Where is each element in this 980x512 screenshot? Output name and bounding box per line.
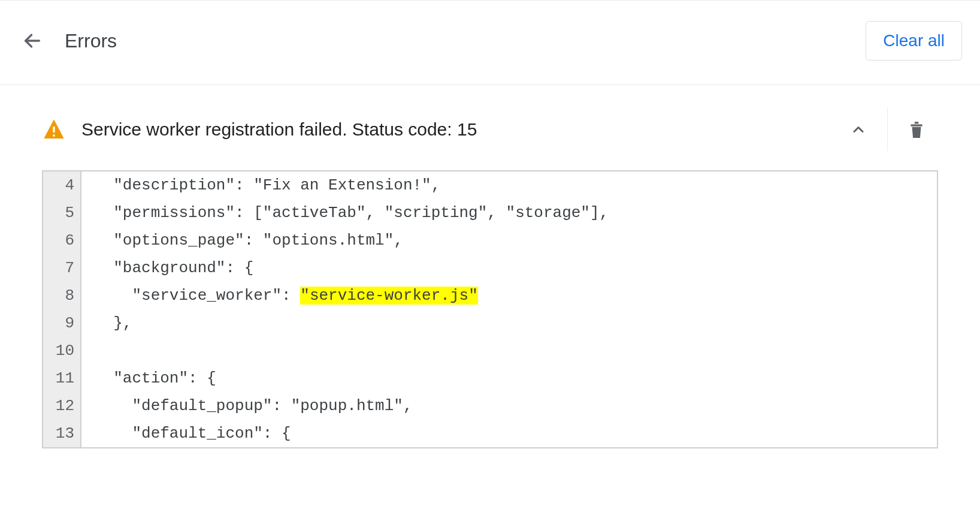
svg-rect-3 — [911, 124, 922, 126]
chevron-up-icon — [850, 121, 867, 138]
code-row: 4 "description": "Fix an Extension!", — [43, 171, 937, 199]
delete-error-button[interactable] — [895, 108, 938, 151]
line-number: 11 — [43, 365, 81, 392]
content-area: Service worker registration failed. Stat… — [0, 85, 980, 448]
code-row: 9 }, — [43, 309, 937, 337]
code-line: "background": { — [81, 254, 253, 282]
warning-icon — [42, 118, 66, 141]
code-row: 11 "action": { — [43, 365, 937, 392]
code-line: "service_worker": "service-worker.js" — [81, 282, 478, 309]
header-bar: Errors Clear all — [0, 0, 980, 85]
page-title: Errors — [65, 30, 117, 52]
code-line — [81, 337, 95, 365]
code-row: 10 — [43, 337, 937, 365]
code-line: "action": { — [81, 365, 216, 392]
arrow-left-icon — [22, 31, 43, 51]
error-message: Service worker registration failed. Stat… — [81, 119, 477, 140]
code-line: "permissions": ["activeTab", "scripting"… — [81, 199, 609, 227]
line-number: 9 — [43, 309, 81, 337]
collapse-button[interactable] — [837, 108, 880, 151]
code-line: "options_page": "options.html", — [81, 227, 403, 254]
error-actions — [837, 108, 938, 151]
code-line: "default_icon": { — [81, 420, 291, 447]
vertical-divider — [887, 108, 888, 151]
back-button[interactable] — [18, 26, 47, 55]
code-row: 8 "service_worker": "service-worker.js" — [43, 282, 937, 309]
line-number: 12 — [43, 392, 81, 420]
code-line: "default_popup": "popup.html", — [81, 392, 413, 420]
svg-rect-4 — [915, 122, 918, 124]
line-number: 5 — [43, 199, 81, 227]
line-number: 10 — [43, 337, 81, 365]
trash-icon — [909, 121, 924, 138]
line-number: 8 — [43, 282, 81, 309]
code-row: 5 "permissions": ["activeTab", "scriptin… — [43, 199, 937, 227]
code-row: 6 "options_page": "options.html", — [43, 227, 937, 254]
code-row: 7 "background": { — [43, 254, 937, 282]
highlighted-code: "service-worker.js" — [300, 287, 477, 305]
code-line: }, — [81, 309, 132, 337]
line-number: 4 — [43, 171, 81, 199]
line-number: 6 — [43, 227, 81, 254]
code-snippet: 4 "description": "Fix an Extension!", 5 … — [42, 170, 938, 448]
svg-rect-2 — [53, 134, 55, 136]
error-header-row: Service worker registration failed. Stat… — [42, 103, 938, 170]
svg-rect-1 — [53, 127, 55, 132]
code-row: 13 "default_icon": { — [43, 420, 937, 447]
code-row: 12 "default_popup": "popup.html", — [43, 392, 937, 420]
clear-all-button[interactable]: Clear all — [866, 21, 962, 61]
line-number: 13 — [43, 420, 81, 447]
code-line: "description": "Fix an Extension!", — [81, 171, 440, 199]
line-number: 7 — [43, 254, 81, 282]
